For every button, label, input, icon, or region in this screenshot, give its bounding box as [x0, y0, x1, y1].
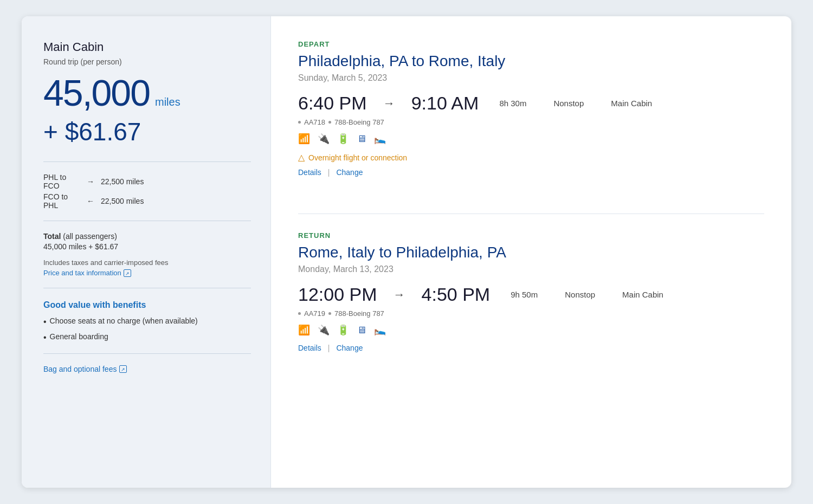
return-nonstop: Nonstop	[565, 290, 595, 299]
depart-nonstop: Nonstop	[553, 99, 584, 108]
bag-external-icon: ↗	[119, 365, 127, 373]
return-arrive-time: 4:50 PM	[422, 284, 491, 305]
bag-fees-label: Bag and optional fees	[43, 365, 117, 373]
depart-pipe: |	[328, 168, 330, 177]
route-arrow-1: →	[87, 177, 94, 186]
return-duration: 9h 50m	[511, 290, 538, 299]
divider-4	[43, 353, 251, 354]
screen-icon: 🖥	[357, 133, 366, 145]
return-route-title: Rome, Italy to Philadelphia, PA	[298, 244, 764, 261]
usb-icon: 🔋	[337, 133, 349, 145]
return-pipe: |	[328, 344, 330, 352]
total-label: Total (all passengers)	[43, 232, 251, 241]
miles-row: 45,000 miles	[43, 72, 251, 114]
depart-route-title: Philadelphia, PA to Rome, Italy	[298, 53, 764, 70]
return-usb-icon: 🔋	[337, 324, 349, 336]
depart-duration: 8h 30m	[499, 99, 526, 108]
depart-section: DEPART Philadelphia, PA to Rome, Italy S…	[298, 40, 764, 177]
depart-arrow: →	[383, 96, 395, 111]
benefit-item-1: • Choose seats at no charge (when availa…	[43, 316, 251, 327]
depart-cabin: Main Cabin	[611, 99, 652, 108]
route-code-1: PHL to FCO	[43, 173, 82, 190]
total-bold: Total	[43, 232, 61, 241]
depart-tag: DEPART	[298, 40, 764, 48]
return-amenity-row: 📶 🔌 🔋 🖥 🛌	[298, 324, 764, 336]
benefit-text-2: General boarding	[50, 332, 108, 341]
warning-icon: △	[298, 152, 305, 163]
route-row-2: FCO to PHL ← 22,500 miles	[43, 192, 251, 210]
return-seat-icon: 🛌	[374, 324, 386, 336]
route-code-2: FCO to PHL	[43, 192, 82, 210]
external-link-icon: ↗	[124, 269, 131, 277]
benefits-section: Good value with benefits • Choose seats …	[43, 300, 251, 343]
depart-date: Sunday, March 5, 2023	[298, 73, 764, 83]
benefit-item-2: • General boarding	[43, 332, 251, 343]
route-miles-2: 22,500 miles	[101, 197, 144, 205]
total-amount: 45,000 miles + $61.67	[43, 242, 251, 251]
depart-warning-row: △ Overnight flight or connection	[298, 152, 764, 163]
return-cabin: Main Cabin	[622, 290, 663, 299]
price-tax-label: Price and tax information	[43, 269, 121, 277]
return-power-icon: 🔌	[318, 324, 330, 336]
section-divider	[298, 214, 764, 214]
bullet-1: •	[43, 316, 47, 327]
return-action-row: Details | Change	[298, 344, 764, 352]
depart-flight-info: AA718 788-Boeing 787	[298, 118, 764, 126]
left-panel: Main Cabin Round trip (per person) 45,00…	[22, 16, 271, 488]
return-arrow: →	[393, 288, 405, 302]
return-time-row: 12:00 PM → 4:50 PM 9h 50m Nonstop Main C…	[298, 284, 764, 305]
depart-action-row: Details | Change	[298, 168, 764, 177]
depart-change-link[interactable]: Change	[336, 168, 363, 177]
power-icon: 🔌	[318, 133, 330, 145]
return-screen-icon: 🖥	[357, 325, 366, 336]
route-row-1: PHL to FCO → 22,500 miles	[43, 173, 251, 190]
dot-3	[298, 312, 301, 315]
depart-details-link[interactable]: Details	[298, 168, 321, 177]
return-depart-time: 12:00 PM	[298, 284, 377, 305]
benefit-text-1: Choose seats at no charge (when availabl…	[50, 316, 198, 325]
return-flight-number: AA719	[304, 309, 325, 318]
benefits-title: Good value with benefits	[43, 300, 251, 310]
depart-aircraft: 788-Boeing 787	[334, 118, 384, 126]
divider-3	[43, 288, 251, 288]
return-aircraft: 788-Boeing 787	[334, 309, 384, 318]
total-qualifier: (all passengers)	[63, 232, 117, 241]
seat-icon: 🛌	[374, 133, 386, 145]
depart-time: 6:40 PM	[298, 93, 367, 114]
includes-text: Includes taxes and carrier-imposed fees	[43, 259, 251, 267]
return-section: RETURN Rome, Italy to Philadelphia, PA M…	[298, 231, 764, 352]
main-card: Main Cabin Round trip (per person) 45,00…	[22, 16, 791, 488]
wifi-icon: 📶	[298, 133, 310, 145]
plus-price: + $61.67	[43, 117, 251, 146]
dot-1	[298, 121, 301, 124]
return-flight-info: AA719 788-Boeing 787	[298, 309, 764, 318]
depart-flight-number: AA718	[304, 118, 325, 126]
round-trip-label: Round trip (per person)	[43, 57, 251, 66]
route-miles-1: 22,500 miles	[101, 177, 144, 186]
total-section: Total (all passengers) 45,000 miles + $6…	[43, 232, 251, 251]
miles-word: miles	[155, 96, 180, 108]
bullet-2: •	[43, 332, 47, 343]
depart-warning-text: Overnight flight or connection	[308, 153, 407, 162]
bag-fees-link[interactable]: Bag and optional fees ↗	[43, 365, 251, 373]
return-change-link[interactable]: Change	[336, 344, 363, 352]
return-wifi-icon: 📶	[298, 324, 310, 336]
divider-1	[43, 161, 251, 162]
depart-arrive-time: 9:10 AM	[411, 93, 479, 114]
depart-time-row: 6:40 PM → 9:10 AM 8h 30m Nonstop Main Ca…	[298, 93, 764, 114]
return-tag: RETURN	[298, 231, 764, 240]
route-arrow-2: ←	[87, 197, 94, 205]
miles-number: 45,000	[43, 72, 150, 114]
dot-4	[328, 312, 331, 315]
cabin-title: Main Cabin	[43, 40, 251, 54]
route-table: PHL to FCO → 22,500 miles FCO to PHL ← 2…	[43, 173, 251, 210]
dot-2	[328, 121, 331, 124]
return-date: Monday, March 13, 2023	[298, 264, 764, 274]
right-panel: DEPART Philadelphia, PA to Rome, Italy S…	[271, 16, 791, 488]
depart-amenity-row: 📶 🔌 🔋 🖥 🛌	[298, 133, 764, 145]
return-details-link[interactable]: Details	[298, 344, 321, 352]
divider-2	[43, 221, 251, 221]
price-tax-link[interactable]: Price and tax information ↗	[43, 269, 251, 277]
